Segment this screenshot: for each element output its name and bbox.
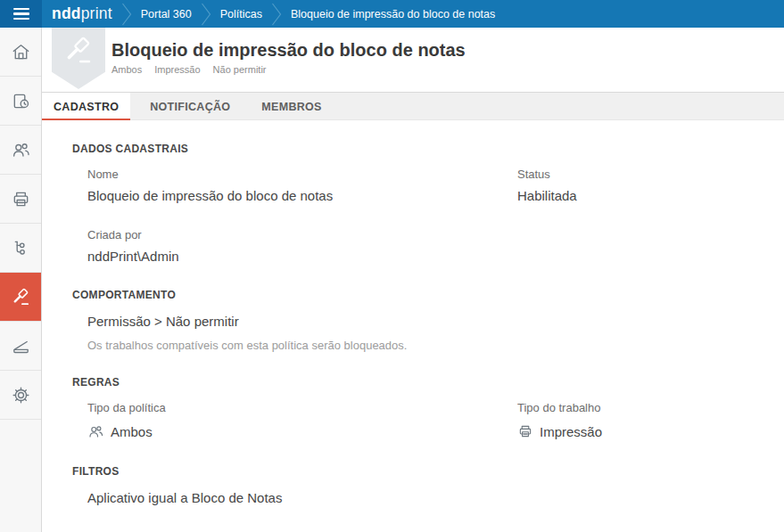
policy-badge — [52, 28, 105, 89]
permission-value: Permissão > Não permitir — [87, 314, 784, 329]
brand-ndd: ndd — [52, 4, 81, 22]
field-label-nome: Nome — [87, 168, 517, 181]
sidebar-item-reports[interactable] — [0, 77, 41, 126]
brand-print: print — [81, 4, 112, 22]
app-window: nddprint Portal 360 Políticas Bloqueio d… — [0, 0, 784, 532]
permission-description: Os trabalhos compatíveis com esta políti… — [87, 339, 784, 352]
field-label-criada-por: Criada por — [87, 228, 517, 241]
sidebar-item-scanner[interactable] — [0, 322, 41, 371]
field-status: Status Habilitada — [517, 168, 784, 203]
sidebar — [0, 28, 42, 532]
printer-icon — [517, 423, 533, 439]
topbar: nddprint Portal 360 Políticas Bloqueio d… — [0, 0, 784, 28]
section-title-dados-cadastrais: DADOS CADASTRAIS — [72, 143, 784, 155]
field-label-tipo-politica: Tipo da política — [87, 401, 517, 414]
field-criada-por: Criada por nddPrint\Admin — [87, 228, 517, 264]
scanner-icon — [11, 336, 31, 356]
field-value-tipo-trabalho: Impressão — [517, 423, 784, 439]
sidebar-item-printers[interactable] — [0, 175, 41, 224]
sidebar-item-workflow[interactable] — [0, 224, 41, 273]
policy-tags: Ambos Impressão Não permitir — [111, 64, 466, 75]
workflow-icon — [11, 238, 31, 258]
field-label-tipo-trabalho: Tipo do trabalho — [517, 401, 784, 414]
field-value-tipo-politica: Ambos — [87, 423, 517, 440]
dados-row-2: Criada por nddPrint\Admin — [42, 228, 784, 264]
tab-cadastro[interactable]: CADASTRO — [42, 93, 130, 121]
breadcrumb-chevron-icon — [271, 3, 282, 26]
dados-row-1: Nome Bloqueio de impressão do bloco de n… — [42, 168, 784, 203]
filtros-body: Aplicativo igual a Bloco de Notas — [42, 490, 784, 505]
section-title-filtros: FILTROS — [72, 465, 784, 478]
field-tipo-trabalho: Tipo do trabalho Impressão — [517, 401, 784, 440]
sidebar-item-users[interactable] — [0, 126, 41, 175]
tab-notificacao[interactable]: NOTIFICAÇÃO — [138, 93, 242, 121]
section-title-comportamento: COMPORTAMENTO — [72, 289, 784, 301]
regras-row: Tipo da política Ambos Tipo do trabalho — [42, 401, 784, 440]
gavel-icon — [62, 35, 95, 67]
sidebar-item-home[interactable] — [0, 28, 41, 77]
comportamento-body: Permissão > Não permitir Os trabalhos co… — [42, 314, 784, 352]
field-value-criada-por: nddPrint\Admin — [87, 249, 517, 264]
breadcrumb-chevron-icon — [121, 3, 132, 26]
users-icon — [11, 140, 31, 160]
tab-bar: CADASTRO NOTIFICAÇÃO MEMBROS — [42, 92, 784, 120]
policy-tag-permission: Não permitir — [213, 64, 267, 75]
printer-icon — [11, 189, 31, 209]
section-title-regras: REGRAS — [72, 376, 784, 389]
menu-button[interactable] — [0, 0, 42, 28]
hamburger-icon — [13, 8, 29, 10]
filter-value: Aplicativo igual a Bloco de Notas — [87, 490, 784, 505]
field-tipo-politica: Tipo da política Ambos — [87, 401, 517, 440]
tab-membros[interactable]: MEMBROS — [250, 93, 333, 121]
gavel-icon — [11, 287, 31, 307]
breadcrumb-item-current-policy: Bloqueio de impressão do bloco de notas — [291, 8, 495, 20]
report-icon — [11, 91, 31, 111]
sidebar-item-settings[interactable] — [0, 371, 41, 420]
sidebar-item-policies[interactable] — [0, 273, 41, 322]
breadcrumb-item-politicas[interactable]: Políticas — [220, 8, 262, 20]
users-icon — [87, 423, 104, 440]
tab-content-cadastro: DADOS CADASTRAIS Nome Bloqueio de impres… — [42, 120, 784, 532]
policy-tag-jobtype: Impressão — [154, 64, 200, 75]
settings-icon — [11, 385, 31, 405]
breadcrumb-chevron-icon — [201, 3, 211, 26]
breadcrumb-item-portal360[interactable]: Portal 360 — [141, 8, 192, 20]
page-header: Bloqueio de impressão do bloco de notas … — [42, 28, 784, 92]
policy-tag-scope: Ambos — [111, 64, 142, 75]
main-panel: Bloqueio de impressão do bloco de notas … — [42, 28, 784, 532]
home-icon — [11, 42, 31, 62]
field-label-status: Status — [517, 168, 784, 181]
brand-logo[interactable]: nddprint — [52, 4, 112, 23]
field-nome: Nome Bloqueio de impressão do bloco de n… — [87, 168, 517, 203]
field-value-status: Habilitada — [517, 188, 784, 203]
page-title: Bloqueio de impressão do bloco de notas — [111, 39, 466, 61]
field-value-nome: Bloqueio de impressão do bloco de notas — [87, 188, 517, 203]
